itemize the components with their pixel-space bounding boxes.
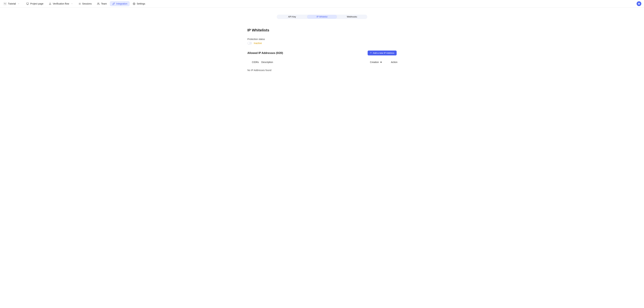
nav-verification-flow[interactable]: Verification flow: [46, 1, 75, 6]
nav-label: Project page: [30, 2, 44, 5]
nav-settings[interactable]: Settings: [130, 1, 148, 6]
tab-webhooks[interactable]: Webhooks: [337, 15, 367, 19]
svg-point-12: [98, 3, 98, 4]
allowed-ip-title: Allowed IP Addresses (0/20): [247, 52, 283, 55]
nav-sessions[interactable]: Sessions: [76, 1, 94, 6]
table-header: CIDRs Description Creation Action: [247, 61, 397, 64]
project-name: Tutorial: [8, 2, 16, 5]
project-badge: TU: [3, 2, 7, 5]
toggle-knob: [248, 42, 250, 44]
flow-icon: [49, 2, 52, 5]
top-nav: TU Tutorial Project page Verification fl…: [0, 0, 644, 8]
nav-label: Integration: [116, 2, 127, 5]
svg-marker-16: [380, 62, 382, 63]
add-ip-label: Add a new IP Address: [373, 52, 394, 54]
tab-ip-whitelist[interactable]: IP Whitelist: [307, 15, 337, 19]
nav-integration[interactable]: Integration: [110, 1, 130, 6]
nav-label: Sessions: [82, 2, 92, 5]
plus-icon: [370, 52, 372, 54]
status-label: Protection status: [247, 38, 397, 41]
nav-label: Settings: [137, 2, 145, 5]
nav-right: [636, 1, 641, 6]
nav-left: TU Tutorial Project page Verification fl…: [3, 1, 148, 6]
nav-team[interactable]: Team: [95, 1, 109, 6]
protection-status-block: Protection status Inactive: [247, 38, 397, 45]
col-creation-label: Creation: [370, 61, 379, 64]
main-content: API Key IP Whitelist Webhooks IP Whiteli…: [247, 8, 397, 72]
integration-tabs: API Key IP Whitelist Webhooks: [277, 15, 367, 19]
users-icon: [97, 2, 100, 5]
link-icon: [112, 2, 115, 5]
nav-label: Verification flow: [53, 2, 69, 5]
list-icon: [78, 2, 81, 5]
status-value: Inactive: [254, 42, 262, 45]
chevron-down-icon: [71, 3, 73, 5]
col-description: Description: [261, 61, 370, 64]
nav-label: Team: [101, 2, 107, 5]
sort-desc-icon: [380, 61, 382, 63]
project-selector[interactable]: TU Tutorial: [3, 1, 20, 6]
gear-icon: [133, 2, 135, 5]
svg-rect-0: [26, 3, 29, 4]
monitor-icon: [26, 2, 29, 5]
empty-state: No IP Addresses found: [247, 69, 397, 72]
page-title: IP Whitelists: [247, 28, 397, 32]
add-ip-button[interactable]: Add a new IP Address: [368, 51, 397, 55]
allowed-ip-header: Allowed IP Addresses (0/20) Add a new IP…: [247, 51, 397, 55]
col-creation[interactable]: Creation: [370, 61, 382, 64]
nav-project-page[interactable]: Project page: [24, 1, 46, 6]
col-cidrs: CIDRs: [252, 61, 261, 64]
svg-point-13: [134, 3, 134, 4]
status-row: Inactive: [247, 42, 397, 45]
protection-toggle[interactable]: [247, 42, 252, 45]
brand-logo[interactable]: [636, 1, 641, 6]
col-action: Action: [391, 61, 397, 64]
chevron-down-icon: [18, 3, 20, 5]
tab-api-key[interactable]: API Key: [277, 15, 307, 19]
